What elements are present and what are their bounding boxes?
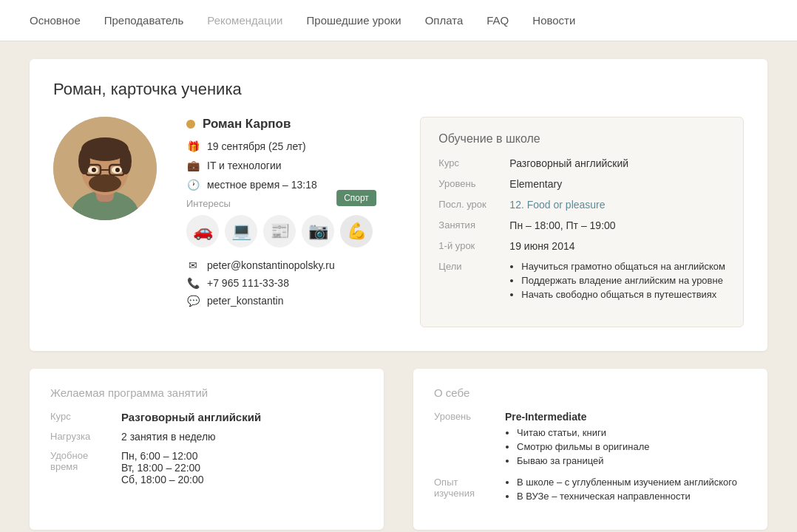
school-level-row: Уровень Elementary	[438, 178, 725, 190]
school-last-lesson-label: Посл. урок	[438, 199, 498, 210]
school-goals-label: Цели	[438, 261, 498, 272]
phone-value: +7 965 111-33-38	[207, 277, 289, 289]
desired-load-label: Нагрузка	[50, 431, 109, 442]
local-time: местное время – 13:18	[207, 179, 317, 191]
exp-2: В ВУЗе – техническая направленности	[517, 491, 737, 502]
contact-section: ✉ peter@konstantinopolsky.ru 📞 +7 965 11…	[186, 259, 390, 307]
school-goals-row: Цели Научиться грамотно общаться на англ…	[438, 261, 725, 303]
nav-proshedshie[interactable]: Прошедшие уроки	[307, 11, 401, 30]
goal-3: Начать свободно общаться в путешествиях	[521, 289, 725, 300]
about-experience-label: Опытизучения	[434, 477, 493, 499]
nav-novosti[interactable]: Новости	[532, 11, 575, 30]
name-row: Роман Карпов	[186, 117, 390, 132]
skill-2: Смотрю фильмы в оригинале	[517, 441, 650, 452]
school-title: Обучение в школе	[438, 132, 725, 146]
student-name: Роман Карпов	[203, 117, 291, 132]
desired-course-label: Курс	[50, 411, 109, 422]
interest-sport[interactable]: 💪 Спорт	[340, 215, 373, 248]
about-experience-row: Опытизучения В школе – с углубленным изу…	[434, 477, 747, 505]
clock-icon: 🕐	[186, 179, 200, 191]
email-icon: ✉	[186, 259, 200, 271]
interests-row: 🚗 💻 📰 📷 💪 Спорт	[186, 215, 390, 248]
interest-photo[interactable]: 📷	[302, 215, 334, 248]
school-course-label: Курс	[438, 157, 498, 168]
nav-faq[interactable]: FAQ	[486, 11, 509, 30]
skype-row: 💬 peter_konstantin	[186, 295, 390, 307]
level-skills-list: Читаю статьи, книги Смотрю фильмы в ориг…	[505, 427, 650, 466]
time-row: 🕐 местное время – 13:18	[186, 179, 390, 191]
work-row: 💼 IT и технологии	[186, 160, 390, 171]
work-value: IT и технологии	[207, 160, 282, 171]
svg-point-13	[92, 168, 96, 172]
about-level-label: Уровень	[434, 411, 493, 422]
desired-load-value: 2 занятия в неделю	[121, 431, 216, 443]
exp-1: В школе – с углубленным изучением англий…	[517, 477, 737, 488]
experience-list: В школе – с углубленным изучением англий…	[505, 477, 737, 502]
school-first-lesson-row: 1-й урок 19 июня 2014	[438, 240, 725, 252]
school-schedule-label: Занятия	[438, 219, 498, 231]
birthday-icon: 🎁	[186, 140, 200, 152]
interest-tech[interactable]: 💻	[225, 215, 257, 248]
about-level-value: Pre-Intermediate Читаю статьи, книги Смо…	[505, 411, 650, 469]
nav-osnovnoe[interactable]: Основное	[30, 11, 81, 30]
desired-time-row: Удобноевремя Пн, 6:00 – 12:00 Вт, 18:00 …	[50, 450, 363, 485]
sport-tooltip: Спорт	[336, 190, 376, 206]
nav-prepodavatel[interactable]: Преподаватель	[104, 11, 184, 30]
school-last-lesson-row: Посл. урок 12. Food or pleasure	[438, 199, 725, 211]
svg-point-7	[89, 174, 121, 192]
interest-cars[interactable]: 🚗	[186, 215, 219, 248]
desired-time-label: Удобноевремя	[50, 450, 109, 472]
school-first-lesson-label: 1-й урок	[438, 240, 498, 251]
about-experience-value: В школе – с углубленным изучением англий…	[505, 477, 737, 505]
birthday-row: 🎁 19 сентября (25 лет)	[186, 140, 390, 152]
desired-load-row: Нагрузка 2 занятия в неделю	[50, 431, 363, 443]
email-row: ✉ peter@konstantinopolsky.ru	[186, 259, 390, 271]
top-nav: Основное Преподаватель Рекомендации Прош…	[0, 0, 797, 41]
school-first-lesson-value: 19 июня 2014	[509, 240, 574, 252]
skype-icon: 💬	[186, 295, 200, 307]
bottom-section: Желаемая программа занятий Курс Разговор…	[30, 369, 767, 530]
interest-reading[interactable]: 📰	[263, 215, 296, 248]
about-title: О себе	[434, 386, 747, 399]
school-level-label: Уровень	[438, 178, 498, 189]
goal-2: Поддержать владение английским на уровне	[521, 275, 725, 286]
desired-title: Желаемая программа занятий	[50, 386, 363, 399]
about-card: О себе Уровень Pre-Intermediate Читаю ст…	[413, 369, 767, 530]
school-goals-list: Научиться грамотно общаться на английско…	[509, 261, 725, 303]
school-schedule-value: Пн – 18:00, Пт – 19:00	[509, 219, 615, 231]
desired-time-value: Пн, 6:00 – 12:00 Вт, 18:00 – 22:00 Сб, 1…	[121, 450, 204, 485]
main-profile-card: Роман, карточка ученика	[30, 59, 767, 351]
school-last-lesson-link[interactable]: 12. Food or pleasure	[509, 199, 605, 211]
online-indicator	[186, 120, 195, 129]
school-course-value: Разговорный английский	[509, 157, 628, 169]
skill-1: Читаю статьи, книги	[517, 427, 650, 438]
goal-1: Научиться грамотно общаться на английско…	[521, 261, 725, 272]
birthday-value: 19 сентября (25 лет)	[207, 140, 306, 152]
desired-course-value: Разговорный английский	[121, 411, 261, 423]
desired-course-row: Курс Разговорный английский	[50, 411, 363, 423]
desired-program-card: Желаемая программа занятий Курс Разговор…	[30, 369, 384, 530]
school-level-value: Elementary	[509, 178, 562, 190]
school-course-row: Курс Разговорный английский	[438, 157, 725, 169]
svg-point-14	[115, 168, 120, 172]
avatar	[53, 117, 157, 220]
profile-info: Роман Карпов 🎁 19 сентября (25 лет) 💼 IT…	[186, 117, 390, 327]
email-value: peter@konstantinopolsky.ru	[207, 259, 335, 271]
school-card: Обучение в школе Курс Разговорный англий…	[420, 117, 744, 327]
work-icon: 💼	[186, 160, 200, 171]
nav-recomendacii[interactable]: Рекомендации	[207, 11, 282, 30]
about-level-row: Уровень Pre-Intermediate Читаю статьи, к…	[434, 411, 747, 469]
school-schedule-row: Занятия Пн – 18:00, Пт – 19:00	[438, 219, 725, 231]
nav-oplata[interactable]: Оплата	[425, 11, 464, 30]
page-title: Роман, карточка ученика	[53, 80, 744, 99]
phone-icon: 📞	[186, 277, 200, 289]
skype-value: peter_konstantin	[207, 295, 284, 307]
phone-row: 📞 +7 965 111-33-38	[186, 277, 390, 289]
skill-3: Бываю за границей	[517, 455, 650, 466]
